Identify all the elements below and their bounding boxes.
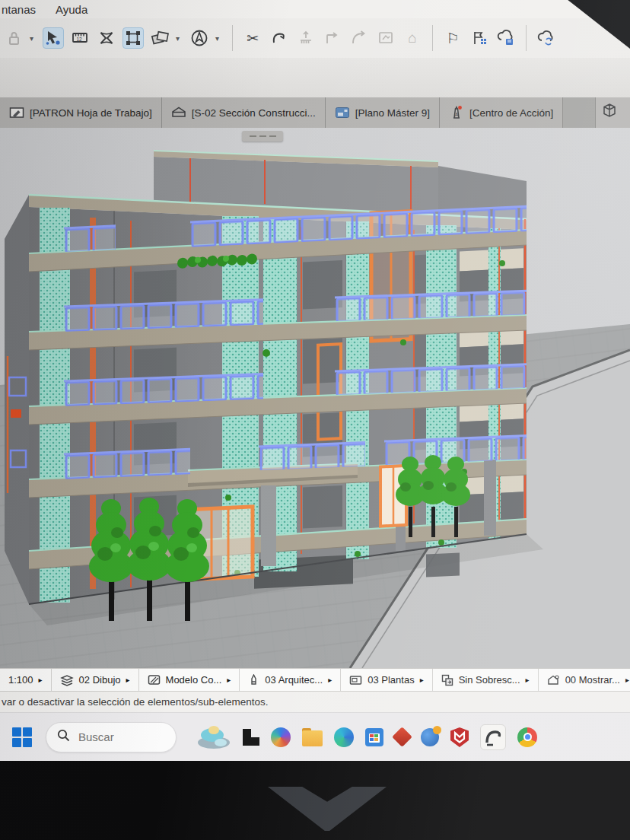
view-tab-bar: [PATRON Hoja de Trabajo] [S-02 Sección C…: [0, 97, 630, 128]
pick-hook-icon[interactable]: [269, 27, 290, 49]
worksheet-icon: [9, 106, 24, 119]
dimension-style-selector[interactable]: 03 Plantas ▸: [341, 669, 432, 691]
home-view-icon[interactable]: ⌂: [402, 27, 423, 49]
flyout-arrow-icon: ▸: [420, 676, 424, 684]
measure-ruler-icon[interactable]: 12: [69, 27, 91, 49]
quick-option-label: 02 Dibujo: [79, 674, 121, 686]
diamond-app-icon[interactable]: [392, 727, 412, 747]
archicad-icon[interactable]: [480, 724, 506, 750]
main-toolbar: ▾ 12 ▾ ▾ ✂: [0, 18, 630, 58]
model-view-options-selector[interactable]: Modelo Co... ▸: [139, 669, 240, 691]
dimension-icon: [349, 675, 362, 686]
quick-option-label: 03 Plantas: [368, 674, 414, 686]
photos-app-icon[interactable]: [196, 725, 231, 749]
lock-icon[interactable]: [3, 27, 24, 49]
renovation-icon: [441, 674, 453, 686]
menu-item-ayuda[interactable]: Ayuda: [56, 3, 88, 16]
quick-option-label: 00 Mostrar...: [565, 674, 620, 686]
quick-option-label: 03 Arquitec...: [265, 674, 323, 686]
quick-option-label: Sin Sobresc...: [459, 674, 520, 686]
menu-bar: ntanas Ayuda: [0, 0, 630, 18]
taskbar-search[interactable]: [46, 722, 177, 752]
orientation-circle-icon[interactable]: [189, 27, 210, 49]
fit-frame-icon[interactable]: [375, 27, 396, 49]
corner-guide-icon[interactable]: [322, 27, 343, 49]
tab-action-center[interactable]: A [Centro de Acción]: [440, 97, 563, 128]
layer-combination-selector[interactable]: 02 Dibujo ▸: [52, 669, 139, 691]
renovation-filter-selector[interactable]: Sin Sobresc... ▸: [433, 669, 539, 691]
quick-option-label: Modelo Co...: [166, 674, 222, 686]
tab-label: [PATRON Hoja de Trabajo]: [30, 107, 152, 119]
l-app-icon[interactable]: [243, 729, 259, 746]
flyout-arrow-icon: ▸: [526, 676, 530, 684]
cloud-save-icon[interactable]: [495, 27, 517, 49]
svg-text:A: A: [455, 112, 459, 117]
palette-handle[interactable]: [242, 131, 283, 142]
action-center-icon: A: [449, 105, 464, 120]
view-pages-icon[interactable]: [149, 27, 170, 49]
toolbar-spacer: [0, 58, 630, 97]
flyout-arrow-icon: ▸: [227, 676, 231, 684]
flyout-arrow-icon: ▸: [625, 676, 629, 684]
scale-value: 1:100: [8, 674, 33, 686]
file-explorer-icon[interactable]: [302, 730, 323, 746]
search-icon: [57, 729, 70, 745]
tab-label: [S-02 Sección Construcci...: [192, 107, 316, 119]
graphic-override-selector[interactable]: 00 Mostrar... ▸: [539, 669, 630, 691]
archicad-window: ntanas Ayuda ▾ 12 ▾ ▾ ✂: [0, 0, 630, 761]
windows-taskbar: [0, 712, 630, 761]
taskbar-icons: [196, 724, 537, 750]
microsoft-store-icon[interactable]: [365, 728, 383, 746]
select-elements-icon[interactable]: [43, 27, 64, 49]
tab-section[interactable]: [S-02 Sección Construcci...: [162, 97, 326, 128]
flyout-arrow-icon: ▸: [126, 676, 130, 684]
pen-set-icon: [248, 674, 259, 686]
flyout-arrow-icon: ▸: [328, 676, 332, 684]
model-view-icon: [148, 674, 161, 686]
search-input[interactable]: [77, 730, 153, 744]
toolbar-separator: [232, 25, 233, 51]
photographed-laptop-screen: ntanas Ayuda ▾ 12 ▾ ▾ ✂: [0, 0, 630, 840]
edge-browser-icon[interactable]: [334, 727, 354, 747]
tab-bar-filler: [563, 97, 595, 128]
arc-tool-icon[interactable]: [348, 27, 370, 49]
tab-label: [Centro de Acción]: [469, 107, 553, 119]
chevron-down-icon[interactable]: ▾: [215, 27, 223, 49]
marquee-icon[interactable]: [96, 27, 117, 49]
toolbar-separator: [526, 25, 527, 51]
status-bar: var o desactivar la selección de element…: [0, 691, 630, 712]
cube-3d-icon: [602, 103, 617, 123]
tab-worksheet[interactable]: [PATRON Hoja de Trabajo]: [0, 97, 162, 128]
tab-label: [Plano Máster 9]: [355, 107, 430, 119]
scale-selector[interactable]: 1:100 ▸: [0, 669, 52, 691]
svg-text:12: 12: [77, 37, 83, 42]
flyout-arrow-icon: ▸: [39, 676, 43, 684]
edit-group-icon[interactable]: [123, 27, 144, 49]
elevation-level-icon[interactable]: [295, 27, 317, 49]
start-button[interactable]: [12, 727, 32, 747]
chrome-icon[interactable]: [517, 727, 537, 747]
3d-model-canvas[interactable]: [0, 128, 630, 668]
copilot-icon[interactable]: [271, 727, 291, 747]
chevron-down-icon[interactable]: ▾: [176, 27, 183, 49]
tab-3d-view[interactable]: [595, 97, 630, 128]
orb-app-icon[interactable]: [421, 728, 439, 746]
layers-icon: [60, 674, 74, 686]
override-icon: [547, 674, 560, 686]
flag-list-icon[interactable]: [469, 27, 490, 49]
chevron-down-icon[interactable]: ▾: [30, 27, 37, 49]
section-icon: [171, 106, 186, 119]
mcafee-icon[interactable]: [450, 727, 469, 747]
cloud-sync-icon[interactable]: [536, 27, 557, 49]
menu-item-ventanas[interactable]: ntanas: [2, 3, 36, 16]
flag-icon[interactable]: ⚐: [442, 27, 463, 49]
status-message: var o desactivar la selección de element…: [2, 696, 268, 708]
tab-layout[interactable]: [Plano Máster 9]: [326, 97, 440, 128]
viewport-3d[interactable]: [0, 128, 630, 668]
scissors-split-icon[interactable]: ✂: [242, 27, 263, 49]
toolbar-separator: [432, 25, 433, 51]
quick-options-bar: 1:100 ▸ 02 Dibujo ▸ Modelo Co... ▸ 03 Ar…: [0, 668, 630, 691]
pen-set-selector[interactable]: 03 Arquitec... ▸: [240, 669, 341, 691]
layout-icon: [335, 107, 350, 119]
